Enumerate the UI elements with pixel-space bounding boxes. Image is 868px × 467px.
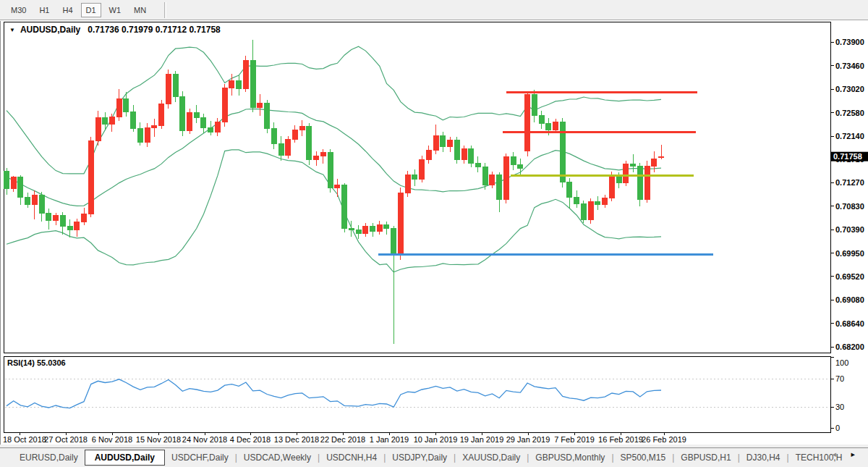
price-axis[interactable]: 0.739000.734600.730200.725800.721400.717… [831, 38, 864, 351]
time-axis-label: 10 Jan 2019 [414, 435, 458, 444]
timeframe-button-h1[interactable]: H1 [34, 3, 54, 17]
tab-gbpusd-monthly[interactable]: GBPUSD,Monthly [529, 450, 611, 465]
tab-dj30-h4[interactable]: DJ30,H4 [740, 450, 787, 465]
price-axis-label: 0.73900 [835, 38, 864, 46]
chart-canvas[interactable]: 0.739000.734600.730200.725800.721400.717… [1, 21, 868, 445]
price-axis-label: 0.70830 [835, 202, 864, 211]
timeframe-toolbar: M30H1H4D1W1MN [0, 0, 868, 20]
timeframe-button-h4[interactable]: H4 [57, 3, 77, 17]
chart-plot-area[interactable] [4, 22, 831, 353]
timeframe-button-w1[interactable]: W1 [104, 3, 127, 17]
chart-window: 0.739000.734600.730200.725800.721400.717… [0, 21, 868, 445]
rsi-axis-label: 70 [835, 374, 844, 383]
price-axis-label: 0.68200 [835, 342, 864, 351]
time-axis-label: 15 Nov 2018 [136, 435, 181, 444]
tab-audusd-daily[interactable]: AUDUSD,Daily [85, 450, 165, 466]
chart-title: ▼AUDUSD,Daily0.71736 0.71979 0.71712 0.7… [9, 25, 221, 35]
timeframe-button-mn[interactable]: MN [129, 3, 151, 17]
tab-usdcnh-h4[interactable]: USDCNH,H4 [320, 450, 383, 465]
price-axis-label: 0.69080 [835, 295, 864, 304]
time-axis-label: 6 Nov 2018 [92, 435, 132, 444]
timeframe-button-m30[interactable]: M30 [6, 3, 31, 17]
toolbar-separator [164, 2, 166, 18]
tab-gbpusd-h1[interactable]: GBPUSD,H1 [674, 450, 737, 465]
time-axis-label: 22 Dec 2018 [320, 435, 365, 444]
tab-usdchf-daily[interactable]: USDCHF,Daily [165, 450, 235, 465]
time-axis[interactable]: 18 Oct 201827 Oct 20186 Nov 201815 Nov 2… [3, 432, 686, 444]
rsi-indicator-label: RSI(14) 55.0306 [7, 358, 66, 367]
tab-xauusd-daily[interactable]: XAUUSD,Daily [456, 450, 527, 465]
price-axis-label: 0.71270 [835, 178, 864, 187]
current-price-tag: 0.71758 [831, 152, 868, 161]
timeframe-button-d1[interactable]: D1 [81, 3, 101, 17]
price-axis-label: 0.69520 [835, 272, 864, 281]
tab-eurusd-daily[interactable]: EURUSD,Daily [13, 450, 85, 465]
tab-usdjpy-daily[interactable]: USDJPY,Daily [386, 450, 454, 465]
symbol-dropdown-icon[interactable]: ▼ [9, 27, 15, 33]
tab-usdcad-weekly[interactable]: USDCAD,Weekly [237, 450, 318, 465]
time-axis-label: 7 Feb 2019 [554, 435, 595, 444]
price-axis-label: 0.70390 [835, 225, 864, 234]
price-tag-value: 0.71758 [833, 152, 862, 161]
price-axis-label: 0.72580 [835, 109, 864, 117]
rsi-axis: 10070300 [831, 358, 849, 432]
rsi-axis-label: 0 [835, 424, 840, 432]
tab-sp500-m15[interactable]: SP500,M15 [614, 450, 673, 465]
tabs-scroll-left-icon[interactable]: ◂ [832, 450, 836, 459]
time-axis-label: 13 Dec 2018 [274, 435, 319, 444]
time-axis-label: 4 Dec 2018 [230, 435, 271, 444]
chart-ohlc-values: 0.71736 0.71979 0.71712 0.71758 [88, 25, 221, 35]
symbol-tabs: EURUSD,DailyAUDUSD,DailyUSDCHF,Daily|USD… [0, 447, 868, 467]
rsi-axis-label: 100 [835, 358, 848, 367]
time-axis-label: 18 Oct 2018 [3, 435, 46, 444]
time-axis-label: 27 Oct 2018 [44, 435, 88, 444]
price-axis-label: 0.68640 [835, 319, 864, 328]
time-axis-label: 29 Jan 2019 [506, 435, 550, 444]
price-axis-label: 0.69950 [835, 249, 864, 258]
price-axis-label: 0.72140 [835, 132, 864, 140]
time-axis-label: 24 Nov 2018 [182, 435, 227, 444]
price-axis-label: 0.73460 [835, 62, 864, 70]
time-axis-label: 1 Jan 2019 [370, 435, 409, 444]
tabs-scroll-right-icon[interactable]: ▸ [851, 450, 855, 459]
tab-tech100-h[interactable]: TECH100,H [789, 450, 849, 465]
chart-symbol-label: AUDUSD,Daily [20, 25, 80, 35]
time-axis-label: 16 Feb 2019 [598, 435, 643, 444]
price-axis-label: 0.73020 [835, 85, 864, 93]
time-axis-label: 19 Jan 2019 [460, 435, 504, 444]
time-axis-label: 26 Feb 2019 [642, 435, 686, 444]
rsi-axis-label: 30 [835, 403, 844, 411]
